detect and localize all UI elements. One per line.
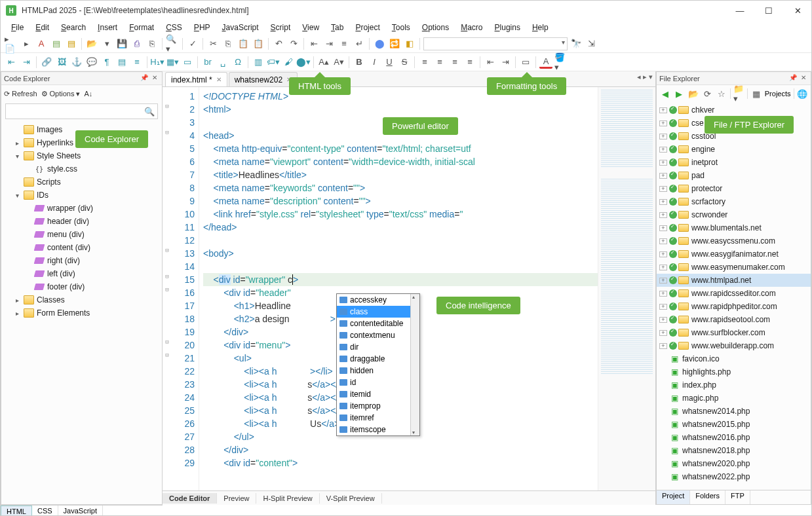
file-item[interactable]: +inetprot [657,156,811,169]
save-all-icon[interactable]: ⎙ [130,37,144,50]
search-input[interactable] [9,107,144,116]
file-item[interactable]: ▣whatsnew2018.php [657,444,811,457]
file-item[interactable]: +www.rapidphpeditor.com [657,300,811,313]
open-folder-icon[interactable]: 📂 [687,88,699,100]
intellisense-scrollbar[interactable] [410,294,419,435]
tree-item[interactable]: menu (div) [1,228,162,241]
tree-item[interactable]: header (div) [1,215,162,228]
anchor-icon[interactable]: ⚓ [70,56,83,69]
window-maximize-button[interactable]: ☐ [760,4,777,17]
editor-mode-tab[interactable]: H-Split Preview [256,493,319,504]
file-item[interactable]: +www.surfblocker.com [657,326,811,339]
tag-open-icon[interactable]: ⇤ [5,56,18,69]
tab-nav[interactable]: ◂ ▸ ▾ [637,73,653,81]
code-explorer-search[interactable]: 🔍 [5,103,158,119]
paragraph-icon[interactable]: ¶ [100,56,113,69]
file-panel-tab[interactable]: Project [657,490,690,504]
intellisense-item[interactable]: hidden [337,365,419,377]
font-plus-icon[interactable]: A▴ [317,56,330,69]
intellisense-item[interactable]: class [337,306,419,318]
heading-icon[interactable]: H₁▾ [151,56,164,69]
menu-item-macro[interactable]: Macro [455,22,488,33]
open-recent-icon[interactable]: ▾ [100,37,113,50]
tag-tool-icon[interactable]: 🏷▾ [267,56,280,69]
intellisense-item[interactable]: itemscope [337,424,419,435]
panel-close-icon[interactable]: ✕ [150,74,159,83]
menu-item-options[interactable]: Options [417,22,454,33]
menu-item-search[interactable]: Search [56,22,91,33]
file-item[interactable]: ▣whatsnew2015.php [657,418,811,431]
menu-item-project[interactable]: Project [350,22,385,33]
wrap-icon[interactable]: ↵ [353,37,366,50]
tree-item[interactable]: content (div) [1,241,162,254]
file-item[interactable]: +chkver [657,103,811,117]
file-item[interactable]: +scrfactory [657,195,811,208]
intellisense-item[interactable]: itemprop [337,400,419,412]
nbsp-icon[interactable]: ␣ [216,56,229,69]
browser-preview-icon[interactable]: ⬤ [373,37,386,50]
new-css-icon[interactable]: A [35,37,48,50]
file-item[interactable]: +engine [657,143,811,156]
menu-item-php[interactable]: PHP [189,22,216,33]
align-right-icon[interactable]: ≡ [448,56,461,69]
menu-item-javascript[interactable]: JavaScript [217,22,264,33]
file-item[interactable]: +www.rapidcsseditor.com [657,287,811,300]
outdent-icon[interactable]: ⇤ [484,56,497,69]
copy-icon[interactable]: ⎘ [222,37,235,50]
new-folder-icon[interactable]: 📁▾ [733,88,745,100]
tree-item[interactable]: Scripts [1,175,162,189]
sort-az-button[interactable]: A↓ [84,90,92,98]
editor-mode-tab[interactable]: V-Split Preview [320,493,382,504]
panel-pin-icon[interactable]: 📌 [788,74,798,83]
refresh-files-icon[interactable]: ⟳ [702,88,714,100]
align-justify-icon[interactable]: ≡ [463,56,476,69]
intellisense-item[interactable]: id [337,377,419,388]
image-icon[interactable]: 🖼 [55,56,68,69]
font-combo[interactable] [423,37,568,50]
export-icon[interactable]: ⎘ [145,37,159,50]
underline-icon[interactable]: U [383,56,396,69]
menu-item-css[interactable]: CSS [161,22,187,33]
save-icon[interactable]: 💾 [115,37,128,50]
br-icon[interactable]: br [201,56,214,69]
binoculars-icon[interactable]: 🔭 [570,37,583,50]
intellisense-item[interactable]: itemid [337,388,419,400]
language-tab[interactable]: CSS [32,506,58,516]
text-color-icon[interactable]: A [539,56,552,69]
omega-icon[interactable]: Ω [231,56,244,69]
intellisense-item[interactable]: accesskey [337,294,419,306]
div-icon[interactable]: ▭ [519,56,532,69]
window-close-button[interactable]: ✕ [789,4,806,17]
minimap[interactable] [598,87,655,490]
file-item[interactable]: +pad [657,169,811,182]
file-item[interactable]: ▣favicon.ico [657,352,811,365]
indent-right-icon[interactable]: ⇥ [322,37,336,50]
nav-fwd-icon[interactable]: ▶ [674,88,686,100]
file-item[interactable]: +www.webuilderapp.com [657,339,811,352]
menu-item-help[interactable]: Help [527,22,554,33]
tree-item[interactable]: left (div) [1,267,162,280]
strike-icon[interactable]: S [398,56,411,69]
intellisense-popup[interactable]: accesskeyclasscontenteditablecontextmenu… [336,293,420,436]
file-item[interactable]: ▣whatsnew2016.php [657,431,811,444]
menu-item-view[interactable]: View [297,22,324,33]
panel-pin-icon[interactable]: 📌 [140,74,149,83]
search-icon[interactable]: 🔍▾ [166,37,179,50]
tag-close-icon[interactable]: ⇥ [20,56,33,69]
language-tab[interactable]: HTML [1,506,32,516]
tree-item[interactable]: ▾IDs [1,189,162,202]
language-tab[interactable]: JavaScript [58,506,103,516]
file-explorer-tree[interactable]: +chkver+cse+csstool+engine+inetprot+pad+… [657,102,811,490]
file-panel-tab[interactable]: Folders [690,490,725,504]
file-item[interactable]: ▣whatsnew2014.php [657,405,811,418]
align-center-icon[interactable]: ≡ [433,56,446,69]
file-item[interactable]: +www.htmlpad.net [657,274,811,287]
globe-icon[interactable]: 🌐 [796,88,808,100]
bold-icon[interactable]: B [353,56,366,69]
file-item[interactable]: +protector [657,182,811,195]
menu-item-plugins[interactable]: Plugins [490,22,526,33]
menu-item-tab[interactable]: Tab [326,22,349,33]
menu-item-insert[interactable]: Insert [92,22,123,33]
find-replace-icon[interactable]: 🔁 [388,37,401,50]
menu-item-edit[interactable]: Edit [30,22,54,33]
